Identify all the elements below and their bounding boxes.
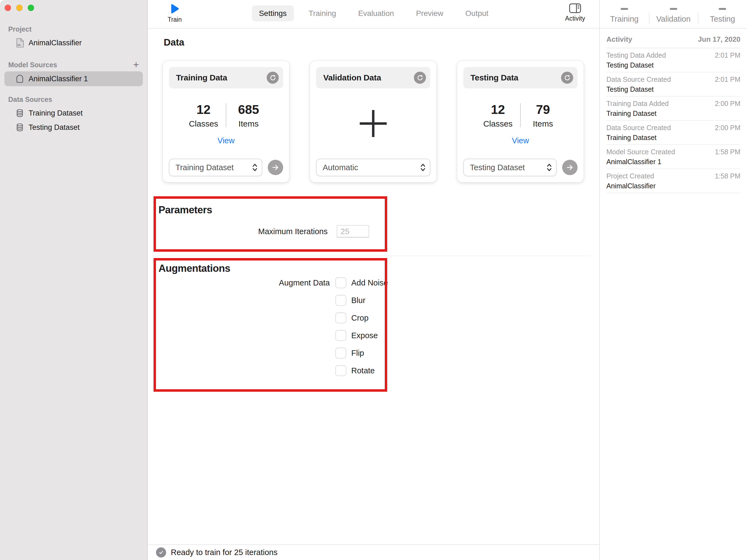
augment-data-label: Augment Data <box>148 278 330 287</box>
arrow-right-icon <box>271 163 280 171</box>
rotate-checkbox[interactable] <box>335 365 346 376</box>
view-training-data-link[interactable]: View <box>217 136 235 145</box>
metric-placeholder <box>621 8 628 10</box>
activity-log-date: Jun 17, 2020 <box>698 35 740 44</box>
tab-bar: Settings Training Evaluation Preview Out… <box>252 5 496 21</box>
activity-panel: Training Validation Testing Activity Jun… <box>599 0 747 560</box>
tab-settings[interactable]: Settings <box>252 5 294 21</box>
activity-entry: Model Source Created 1:58 PM AnimalClass… <box>607 145 740 169</box>
sidebar-item-testing-dataset[interactable]: Testing Dataset <box>4 120 143 134</box>
add-model-source-button[interactable]: + <box>133 61 139 69</box>
max-iterations-field[interactable] <box>337 225 369 238</box>
app-window: Project ML AnimalClassifier Model Source… <box>0 0 747 560</box>
status-bar: Ready to train for 25 iterations <box>148 544 599 560</box>
items-stat: 79 Items <box>522 102 564 129</box>
open-testing-data-button[interactable] <box>562 160 577 175</box>
data-cards: Training Data 12 Classes <box>163 61 584 182</box>
tab-preview[interactable]: Preview <box>409 5 451 21</box>
max-iterations-row: Maximum Iterations <box>148 225 369 238</box>
checkbox-label: Rotate <box>351 366 375 375</box>
testing-data-card-header: Testing Data <box>463 67 577 88</box>
view-testing-data-link[interactable]: View <box>512 136 529 145</box>
stepper-icon <box>546 162 552 172</box>
activity-entry: Testing Data Added 2:01 PM Testing Datas… <box>607 48 740 73</box>
train-button-label: Train <box>162 16 187 23</box>
sidebar-section-label: Model Sources <box>8 61 57 69</box>
sidebar-item-training-dataset[interactable]: Training Dataset <box>4 106 143 120</box>
validation-data-source-select[interactable]: Automatic <box>316 159 430 176</box>
stat-divider <box>520 103 521 127</box>
items-stat: 685 Items <box>228 102 269 129</box>
sidebar-list: Project ML AnimalClassifier Model Source… <box>0 0 147 134</box>
sidebar: Project ML AnimalClassifier Model Source… <box>0 0 148 560</box>
activity-toggle-button[interactable]: Activity <box>560 3 590 22</box>
tab-output[interactable]: Output <box>458 5 495 21</box>
checkbox-label: Expose <box>351 331 378 340</box>
card-title: Testing Data <box>470 73 518 82</box>
status-message: Ready to train for 25 iterations <box>171 548 277 557</box>
sidebar-item-label: AnimalClassifier 1 <box>29 75 88 83</box>
metric-placeholder <box>719 8 726 10</box>
metric-training: Training <box>600 0 649 28</box>
training-data-source-select[interactable]: Training Dataset <box>169 159 262 176</box>
augment-row-flip: Flip <box>148 347 388 359</box>
database-icon <box>16 123 24 132</box>
minimize-window-button[interactable] <box>16 5 23 11</box>
sidebar-item-animalclassifier[interactable]: ML AnimalClassifier <box>4 36 143 50</box>
validation-data-card-body <box>316 88 430 159</box>
crop-checkbox[interactable] <box>335 312 346 323</box>
augment-row-add-noise: Augment Data Add Noise <box>148 277 388 289</box>
play-icon <box>162 3 187 14</box>
database-icon <box>16 108 24 118</box>
checkbox-label: Blur <box>351 296 365 305</box>
ml-document-icon: ML <box>16 38 24 48</box>
testing-data-card: Testing Data 12 Classes <box>457 61 584 182</box>
stepper-icon <box>252 162 258 172</box>
augment-row-expose: Expose <box>148 329 388 342</box>
sidebar-item-animalclassifier-1[interactable]: AnimalClassifier 1 <box>4 71 143 86</box>
activity-log-header: Activity Jun 17, 2020 <box>607 35 740 48</box>
refresh-icon[interactable] <box>267 72 279 84</box>
add-validation-data-button[interactable] <box>357 107 389 140</box>
close-window-button[interactable] <box>5 5 11 11</box>
metric-testing: Testing <box>698 0 747 28</box>
tab-evaluation[interactable]: Evaluation <box>351 5 401 21</box>
augment-row-crop: Crop <box>148 312 388 324</box>
checkbox-label: Crop <box>351 314 368 323</box>
checkbox-label: Flip <box>351 349 364 358</box>
sidebar-section-label: Data Sources <box>8 96 52 104</box>
section-divider <box>154 256 590 256</box>
augment-row-rotate: Rotate <box>148 365 388 377</box>
svg-text:ML: ML <box>17 44 21 47</box>
panel-icon <box>560 3 590 14</box>
tab-training[interactable]: Training <box>302 5 343 21</box>
training-data-card-footer: Training Dataset <box>169 159 283 176</box>
testing-data-source-select[interactable]: Testing Dataset <box>463 159 557 176</box>
sidebar-item-label: Testing Dataset <box>29 123 80 132</box>
testing-data-stats: 12 Classes 79 Items <box>477 102 564 129</box>
augmentations-title: Augmentations <box>158 263 230 274</box>
activity-log-list: Testing Data Added 2:01 PM Testing Datas… <box>600 48 747 193</box>
zoom-window-button[interactable] <box>28 5 34 11</box>
add-noise-checkbox[interactable] <box>335 277 346 288</box>
card-title: Validation Data <box>323 73 381 82</box>
training-data-card: Training Data 12 Classes <box>163 61 289 182</box>
flip-checkbox[interactable] <box>335 348 346 358</box>
stepper-icon <box>420 162 426 172</box>
blur-checkbox[interactable] <box>335 295 346 306</box>
refresh-icon[interactable] <box>561 72 573 84</box>
refresh-icon[interactable] <box>414 72 426 84</box>
train-button[interactable]: Train <box>162 3 187 23</box>
testing-data-card-body: 12 Classes 79 Items View <box>463 88 577 159</box>
classes-stat: 12 Classes <box>183 102 224 129</box>
activity-entry: Data Source Created 2:01 PM Testing Data… <box>607 73 740 97</box>
toolbar: Train Settings Training Evaluation Previ… <box>148 0 599 29</box>
data-section-title: Data <box>164 37 184 48</box>
metrics-header: Training Validation Testing <box>600 0 747 29</box>
traffic-lights <box>5 5 34 11</box>
expose-checkbox[interactable] <box>335 330 346 341</box>
metric-validation: Validation <box>649 0 698 28</box>
activity-entry: Training Data Added 2:00 PM Training Dat… <box>607 97 740 121</box>
validation-data-card-header: Validation Data <box>316 67 430 88</box>
open-training-data-button[interactable] <box>268 160 283 175</box>
